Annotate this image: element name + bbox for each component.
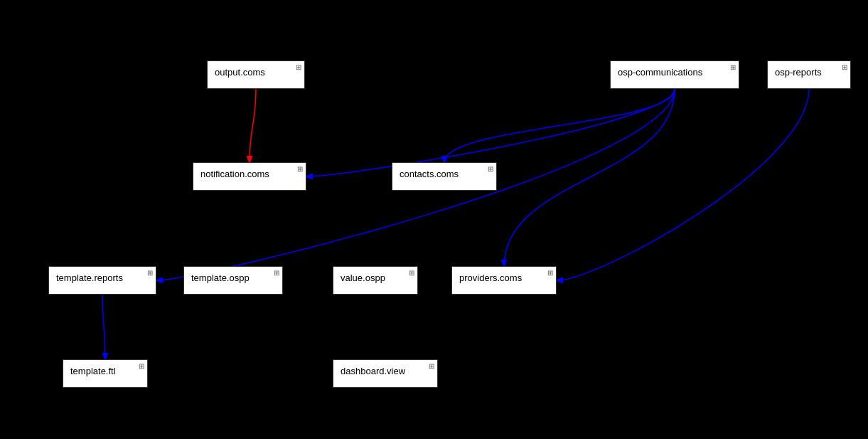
osp-communications-icon: ⊞ — [730, 63, 736, 71]
value-ospp-icon: ⊞ — [409, 269, 414, 277]
notification-coms[interactable]: ⊞notification.coms — [193, 162, 306, 191]
notification-coms-icon: ⊞ — [297, 165, 303, 173]
output-coms-label: output.coms — [215, 65, 265, 78]
providers-coms-label: providers.coms — [459, 271, 522, 283]
template-ftl[interactable]: ⊞template.ftl — [63, 359, 148, 388]
value-ospp[interactable]: ⊞value.ospp — [333, 266, 418, 295]
template-ftl-icon: ⊞ — [139, 362, 144, 370]
dashboard-view-icon: ⊞ — [429, 362, 434, 370]
template-ospp-label: template.ospp — [191, 271, 250, 283]
arrow-output-coms-to-notification-coms — [250, 89, 256, 162]
arrow-osp-communications-to-providers-coms — [504, 89, 675, 266]
arrow-osp-communications-to-contacts-coms — [444, 89, 675, 162]
contacts-coms-icon: ⊞ — [488, 165, 493, 173]
contacts-coms[interactable]: ⊞contacts.coms — [392, 162, 497, 191]
notification-coms-label: notification.coms — [200, 167, 269, 179]
value-ospp-label: value.ospp — [341, 271, 385, 283]
contacts-coms-label: contacts.coms — [400, 167, 459, 179]
osp-reports[interactable]: ⊞osp-reports — [767, 60, 851, 89]
dashboard-view[interactable]: ⊞dashboard.view — [333, 359, 438, 388]
arrow-osp-reports-to-providers-coms — [557, 89, 809, 280]
template-reports-icon: ⊞ — [147, 269, 153, 277]
osp-reports-label: osp-reports — [775, 65, 822, 78]
dashboard-view-label: dashboard.view — [341, 364, 405, 376]
arrow-template-reports-to-template-ftl — [102, 295, 105, 359]
providers-coms-icon: ⊞ — [547, 269, 553, 277]
diagram-container: ⊞output.coms⊞notification.coms⊞contacts.… — [0, 0, 868, 439]
template-reports[interactable]: ⊞template.reports — [48, 266, 156, 295]
osp-communications[interactable]: ⊞osp-communications — [610, 60, 739, 89]
output-coms[interactable]: ⊞output.coms — [207, 60, 305, 89]
template-ftl-label: template.ftl — [70, 364, 116, 376]
template-reports-label: template.reports — [56, 271, 123, 283]
template-ospp-icon: ⊞ — [274, 269, 279, 277]
osp-reports-icon: ⊞ — [842, 63, 847, 71]
providers-coms[interactable]: ⊞providers.coms — [451, 266, 557, 295]
osp-communications-label: osp-communications — [618, 65, 702, 78]
template-ospp[interactable]: ⊞template.ospp — [183, 266, 283, 295]
output-coms-icon: ⊞ — [296, 63, 301, 71]
